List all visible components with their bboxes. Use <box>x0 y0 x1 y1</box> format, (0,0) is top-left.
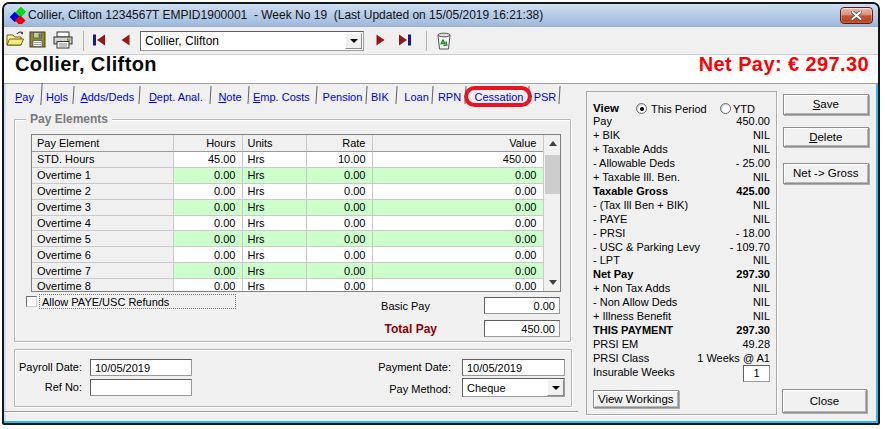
close-window-button[interactable] <box>840 7 873 24</box>
table-cell[interactable]: STD. Hours <box>32 152 174 168</box>
payment-date-input[interactable]: 10/05/2019 <box>462 359 565 376</box>
chevron-down-icon <box>350 39 358 43</box>
table-cell[interactable]: Hrs <box>243 152 307 168</box>
table-cell[interactable]: 0.00 <box>307 168 373 184</box>
tab-pay[interactable]: Pay <box>15 91 34 103</box>
save-button[interactable]: Save <box>783 94 869 115</box>
table-cell[interactable]: 0.00 <box>307 263 373 279</box>
table-cell[interactable]: 0.00 <box>307 216 373 232</box>
table-cell[interactable]: Hrs <box>243 168 307 184</box>
payment-date-label: Payment Date: <box>376 361 451 373</box>
net-to-gross-button[interactable]: Net -> Gross <box>783 163 869 184</box>
table-cell[interactable]: 0.00 <box>373 279 544 292</box>
tab-bik[interactable]: BIK <box>371 91 389 103</box>
tab-note[interactable]: Note <box>218 91 241 103</box>
save-icon[interactable] <box>29 31 47 49</box>
table-cell[interactable]: Hrs <box>243 216 307 232</box>
table-cell[interactable]: 0.00 <box>373 168 544 184</box>
toolbar-separator <box>83 31 84 51</box>
this-period-radio[interactable] <box>636 103 647 114</box>
table-cell[interactable]: 0.00 <box>373 216 544 232</box>
summary-row: PRSI EM49.28 <box>593 337 770 351</box>
table-cell[interactable]: 0.00 <box>174 263 243 279</box>
table-cell[interactable]: 0.00 <box>174 279 243 292</box>
table-cell[interactable]: 0.00 <box>174 168 243 184</box>
table-cell[interactable]: 45.00 <box>174 152 243 168</box>
table-cell[interactable]: Hrs <box>243 231 307 247</box>
title-bar[interactable]: Collier, Clifton 1234567T EMPID1900001 -… <box>4 4 878 27</box>
table-cell[interactable]: 0.00 <box>373 184 544 200</box>
table-cell[interactable]: Overtime 7 <box>32 263 174 279</box>
tab-separator <box>431 86 433 104</box>
total-pay-input[interactable]: 450.00 <box>484 320 560 337</box>
table-cell[interactable]: 0.00 <box>174 247 243 263</box>
table-cell[interactable]: Overtime 8 <box>32 279 174 292</box>
summary-label: PRSI EM <box>593 338 638 350</box>
previous-record-icon[interactable] <box>118 31 133 49</box>
employee-combobox[interactable]: Collier, Clifton <box>140 31 364 51</box>
table-cell[interactable]: Hrs <box>243 247 307 263</box>
table-cell[interactable]: Overtime 5 <box>32 231 174 247</box>
table-cell[interactable]: 0.00 <box>307 247 373 263</box>
table-cell[interactable]: 0.00 <box>174 184 243 200</box>
payroll-window: Collier, Clifton 1234567T EMPID1900001 -… <box>2 2 880 425</box>
table-cell[interactable]: Overtime 6 <box>32 247 174 263</box>
table-cell[interactable]: 0.00 <box>373 247 544 263</box>
table-cell[interactable]: Hrs <box>243 184 307 200</box>
basic-pay-input[interactable]: 0.00 <box>484 297 560 314</box>
table-cell[interactable]: Overtime 4 <box>32 216 174 232</box>
employee-combobox-dropdown-button[interactable] <box>345 33 362 49</box>
table-cell[interactable]: Overtime 3 <box>32 200 174 216</box>
table-cell[interactable]: 0.00 <box>373 263 544 279</box>
table-cell[interactable]: Hrs <box>243 279 307 292</box>
tab-dept-anal[interactable]: Dept. Anal. <box>149 91 203 103</box>
table-cell[interactable]: 0.00 <box>307 231 373 247</box>
tab-psr[interactable]: PSR <box>534 91 557 103</box>
table-cell[interactable]: 0.00 <box>373 200 544 216</box>
tab-pension[interactable]: Pension <box>323 91 363 103</box>
view-workings-button[interactable]: View Workings <box>593 390 679 409</box>
tab-hols[interactable]: Hols <box>46 91 68 103</box>
delete-button[interactable]: Delete <box>783 127 869 148</box>
table-scrollbar[interactable] <box>543 135 560 291</box>
scrollbar-thumb[interactable] <box>545 155 561 194</box>
insurable-weeks-input[interactable]: 1 <box>743 365 770 382</box>
last-record-icon[interactable] <box>396 31 414 49</box>
table-cell[interactable]: 0.00 <box>174 216 243 232</box>
next-record-icon[interactable] <box>373 31 388 49</box>
table-cell[interactable]: 10.00 <box>307 152 373 168</box>
first-record-icon[interactable] <box>90 31 108 49</box>
close-button[interactable]: Close <box>782 389 867 413</box>
bottom-divider <box>4 411 578 413</box>
table-cell[interactable]: 0.00 <box>307 200 373 216</box>
table-row: Overtime 40.00Hrs0.000.00 <box>32 216 560 232</box>
tab-adds-deds[interactable]: Adds/Deds <box>80 91 134 103</box>
recycle-bin-icon[interactable] <box>433 31 455 51</box>
table-cell[interactable]: Overtime 1 <box>32 168 174 184</box>
table-cell[interactable]: 0.00 <box>174 200 243 216</box>
payroll-date-input[interactable]: 10/05/2019 <box>90 359 192 376</box>
table-cell[interactable]: Overtime 2 <box>32 184 174 200</box>
pay-method-dropdown-button[interactable] <box>547 379 564 396</box>
payroll-date-label: Payroll Date: <box>12 361 82 373</box>
open-file-icon[interactable] <box>6 31 25 49</box>
table-cell[interactable]: 0.00 <box>174 231 243 247</box>
table-cell[interactable]: 0.00 <box>373 231 544 247</box>
summary-value: 49.28 <box>742 338 770 350</box>
ref-no-input[interactable] <box>90 379 192 396</box>
table-row: Overtime 30.00Hrs0.000.00 <box>32 200 560 216</box>
scroll-down-icon[interactable] <box>549 280 557 285</box>
table-cell[interactable]: Hrs <box>243 263 307 279</box>
tab-emp-costs[interactable]: Emp. Costs <box>253 91 310 103</box>
table-cell[interactable]: 450.00 <box>373 152 544 168</box>
pay-method-select[interactable]: Cheque <box>462 378 565 397</box>
scroll-up-icon[interactable] <box>549 141 557 146</box>
table-cell[interactable]: 0.00 <box>307 184 373 200</box>
ytd-radio[interactable] <box>720 103 731 114</box>
table-cell[interactable]: Hrs <box>243 200 307 216</box>
allow-refunds-checkbox[interactable] <box>26 296 37 307</box>
tab-rpn[interactable]: RPN <box>438 91 461 103</box>
table-cell[interactable]: 0.00 <box>307 279 373 292</box>
tab-loan[interactable]: Loan <box>404 91 428 103</box>
print-icon[interactable] <box>52 31 76 49</box>
